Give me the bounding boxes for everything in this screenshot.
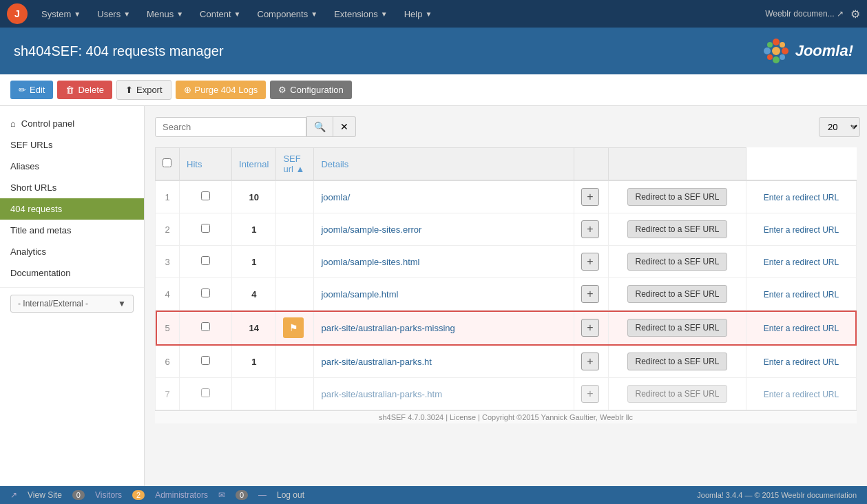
- main-layout: ⌂ Control panel SEF URLs Aliases Short U…: [0, 106, 867, 500]
- sidebar-item-title-metas[interactable]: Title and metas: [0, 220, 144, 241]
- nav-help[interactable]: Help▼: [397, 0, 439, 28]
- redirect-sef-button[interactable]: Redirect to a SEF URL: [627, 319, 727, 337]
- search-input[interactable]: [155, 117, 306, 137]
- doc-link[interactable]: Weeblr documen... ↗: [765, 9, 844, 19]
- details-plus-button[interactable]: +: [581, 220, 599, 238]
- sidebar-item-control-panel[interactable]: ⌂ Control panel: [0, 113, 144, 134]
- sef-url-link[interactable]: park-site/australian-parks-.htm: [321, 389, 442, 399]
- chevron-down-icon: ▼: [234, 10, 241, 18]
- sef-url-link[interactable]: joomla/sample-sites.html: [321, 257, 419, 267]
- details-plus-button[interactable]: +: [581, 285, 599, 303]
- row-number: 6: [156, 346, 180, 378]
- redirect-url-cell: Enter a redirect URL: [746, 278, 857, 311]
- redirect-sef-button[interactable]: Redirect to a SEF URL: [627, 220, 727, 238]
- enter-redirect-link[interactable]: Enter a redirect URL: [764, 357, 839, 367]
- svg-text:J: J: [14, 8, 20, 19]
- row-checkbox[interactable]: [201, 356, 210, 365]
- details-cell: +: [574, 346, 609, 378]
- details-plus-button[interactable]: +: [581, 188, 599, 206]
- action-cell: Redirect to a SEF URL: [609, 346, 746, 378]
- enter-redirect-link[interactable]: Enter a redirect URL: [764, 324, 839, 333]
- redirect-sef-button[interactable]: Redirect to a SEF URL: [627, 188, 727, 206]
- clear-search-button[interactable]: ✕: [333, 116, 356, 137]
- col-sef-url[interactable]: SEF url ▲: [276, 148, 314, 181]
- sidebar-item-documentation[interactable]: Documentation: [0, 262, 144, 284]
- sidebar-item-sef-urls[interactable]: SEF URLs: [0, 134, 144, 156]
- hit-count: 4: [232, 278, 276, 311]
- settings-icon[interactable]: ⚙: [850, 8, 860, 21]
- internal-indicator: [276, 213, 314, 246]
- nav-users[interactable]: Users▼: [90, 0, 137, 28]
- details-plus-button[interactable]: +: [581, 353, 599, 370]
- sef-url-link[interactable]: joomla/sample.html: [321, 289, 398, 300]
- redirect-url-cell: Enter a redirect URL: [746, 346, 857, 378]
- search-button[interactable]: 🔍: [306, 116, 333, 137]
- redirect-sef-button[interactable]: Redirect to a SEF URL: [627, 385, 727, 403]
- row-checkbox[interactable]: [201, 224, 210, 233]
- table-header-row: Hits Internal SEF url ▲ Details: [156, 148, 857, 181]
- redirect-url-cell: Enter a redirect URL: [746, 180, 857, 213]
- enter-redirect-link[interactable]: Enter a redirect URL: [764, 258, 839, 267]
- sef-url-link[interactable]: park-site/australian-parks-missing: [321, 323, 455, 333]
- row-number: 5: [156, 311, 180, 346]
- redirect-sef-button[interactable]: Redirect to a SEF URL: [627, 253, 727, 271]
- edit-button[interactable]: ✏ Edit: [10, 81, 53, 99]
- nav-components[interactable]: Components▼: [251, 0, 325, 28]
- dash-separator: —: [258, 490, 267, 500]
- internal-external-filter[interactable]: - Internal/External - ▼: [10, 295, 134, 313]
- per-page-select[interactable]: 20 50 100: [819, 117, 860, 137]
- details-plus-button[interactable]: +: [581, 253, 599, 271]
- table-row: 6 1 park-site/australian-parks.ht + Redi…: [156, 346, 857, 378]
- hit-count: 10: [232, 180, 276, 213]
- row-checkbox[interactable]: [201, 288, 210, 297]
- sef-url-link[interactable]: park-site/australian-parks.ht: [321, 357, 431, 367]
- export-button[interactable]: ⬆ Export: [116, 80, 171, 100]
- sidebar-item-analytics[interactable]: Analytics: [0, 241, 144, 262]
- enter-redirect-link[interactable]: Enter a redirect URL: [764, 390, 839, 399]
- enter-redirect-link[interactable]: Enter a redirect URL: [764, 290, 839, 300]
- row-number: 7: [156, 378, 180, 410]
- sef-url-link[interactable]: joomla/sample-sites.error: [321, 224, 421, 235]
- redirect-sef-button[interactable]: Redirect to a SEF URL: [627, 285, 727, 303]
- action-cell: Redirect to a SEF URL: [609, 378, 746, 410]
- config-button[interactable]: ⚙ Configuration: [270, 81, 351, 99]
- redirect-url-cell: Enter a redirect URL: [746, 378, 857, 410]
- trash-icon: 🗑: [65, 85, 74, 95]
- row-checkbox[interactable]: [201, 256, 210, 265]
- select-all-checkbox[interactable]: [163, 158, 171, 167]
- redirect-url-cell: Enter a redirect URL: [746, 213, 857, 246]
- logout-link[interactable]: Log out: [277, 490, 304, 500]
- row-checkbox[interactable]: [201, 322, 210, 331]
- sidebar-item-404-requests[interactable]: 404 requests: [0, 198, 144, 220]
- sidebar-item-aliases[interactable]: Aliases: [0, 156, 144, 177]
- chevron-down-icon: ▼: [118, 299, 126, 308]
- redirect-sef-button[interactable]: Redirect to a SEF URL: [627, 353, 727, 370]
- details-cell: +: [574, 213, 609, 246]
- hit-count: [232, 378, 276, 410]
- enter-redirect-link[interactable]: Enter a redirect URL: [764, 193, 839, 202]
- row-checkbox[interactable]: [201, 388, 210, 397]
- col-hits[interactable]: Hits: [180, 148, 232, 181]
- svg-point-3: [773, 39, 780, 45]
- details-plus-button[interactable]: +: [581, 385, 599, 403]
- nav-menus[interactable]: Menus▼: [140, 0, 190, 28]
- enter-redirect-link[interactable]: Enter a redirect URL: [764, 225, 839, 235]
- delete-button[interactable]: 🗑 Delete: [57, 81, 112, 99]
- purge-button[interactable]: ⊕ Purge 404 Logs: [176, 81, 267, 99]
- chevron-down-icon: ▼: [123, 10, 130, 18]
- details-plus-button[interactable]: +: [581, 319, 599, 337]
- sidebar-item-short-urls[interactable]: Short URLs: [0, 177, 144, 198]
- view-site-link[interactable]: View Site: [28, 490, 62, 500]
- sidebar: ⌂ Control panel SEF URLs Aliases Short U…: [0, 106, 145, 500]
- footer: ↗ View Site 0 Visitors 2 Administrators …: [0, 486, 867, 500]
- nav-extensions[interactable]: Extensions▼: [327, 0, 395, 28]
- nav-system[interactable]: System▼: [34, 0, 87, 28]
- col-internal[interactable]: Internal: [232, 148, 276, 181]
- redirect-url-cell: Enter a redirect URL: [746, 311, 857, 346]
- hit-count: 14: [232, 311, 276, 346]
- nav-content[interactable]: Content▼: [193, 0, 247, 28]
- row-checkbox[interactable]: [201, 191, 210, 200]
- external-link-icon: ↗: [10, 490, 17, 500]
- sef-url-link[interactable]: joomla/: [321, 192, 350, 202]
- chevron-down-icon: ▼: [311, 10, 317, 18]
